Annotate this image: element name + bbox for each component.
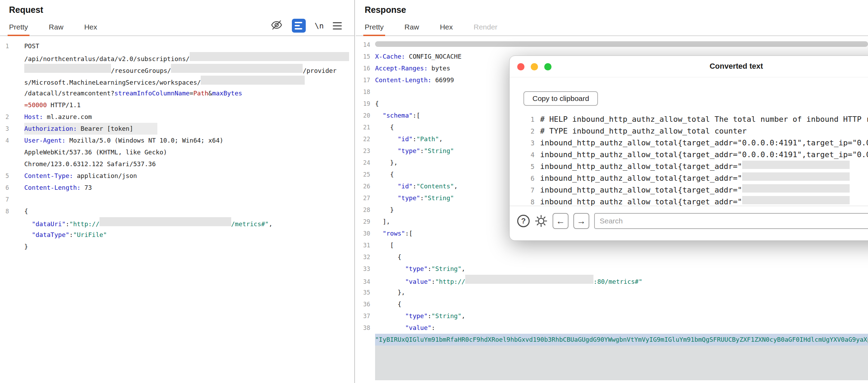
line-number: 2	[517, 125, 540, 137]
redacted-text	[742, 161, 850, 169]
line-number: 21	[356, 121, 375, 133]
line-number: 16	[356, 62, 375, 74]
code-text: Content-Length:	[375, 74, 432, 86]
code-text: s/Microsoft.MachineLearningServices/work…	[24, 77, 201, 88]
code-text: Mozilla/5.0 (Windows NT 10.0; Win64; x64…	[66, 135, 223, 146]
tab-pretty[interactable]: Pretty	[8, 23, 29, 35]
line-number: 29	[356, 216, 375, 228]
forward-button[interactable]: →	[573, 213, 589, 229]
redacted-text	[742, 172, 850, 181]
code-text: "schema"	[383, 110, 413, 121]
request-editor-toolbar: \n	[270, 19, 355, 33]
help-icon[interactable]: ?	[517, 215, 530, 227]
code-line: 7	[0, 194, 354, 205]
hide-nonprintable-icon[interactable]	[270, 19, 283, 33]
code-text: 73	[81, 182, 92, 194]
code-text	[24, 218, 32, 230]
window-titlebar[interactable]: Converted text	[510, 56, 868, 77]
code-text: /metrics#"	[231, 218, 269, 230]
line-number: 20	[356, 110, 375, 121]
line-number: 1	[517, 113, 540, 125]
line-number: 26	[356, 180, 375, 192]
code-text: # HELP inbound_http_authz_allow_total Th…	[540, 113, 868, 125]
redacted-text	[190, 52, 349, 61]
code-line: /api/northcentralus/data/v2.0/subscripti…	[0, 52, 354, 64]
code-text: :	[413, 133, 416, 145]
code-line: s/Microsoft.MachineLearningServices/work…	[0, 76, 354, 87]
code-text: ,	[439, 133, 443, 145]
line-number: 14	[356, 39, 375, 51]
code-line: 32 {	[356, 251, 868, 263]
line-number: 36	[356, 298, 375, 310]
tab-raw[interactable]: Raw	[403, 23, 420, 35]
line-number: 22	[356, 133, 375, 145]
redacted-text	[24, 64, 111, 73]
redacted-bar	[375, 41, 868, 47]
line-number: 37	[356, 310, 375, 322]
search-input[interactable]	[594, 213, 868, 229]
tab-hex[interactable]: Hex	[83, 23, 98, 35]
settings-icon[interactable]	[535, 214, 548, 228]
code-line: 4inbound_http_authz_allow_total{target_a…	[517, 149, 868, 161]
code-text: }	[375, 204, 394, 216]
tab-render: Render	[472, 23, 499, 35]
code-text: "value"	[405, 276, 432, 288]
request-editor[interactable]: 1POST/api/northcentralus/data/v2.0/subsc…	[0, 36, 354, 253]
code-line: 6Content-Length: 73	[0, 182, 354, 194]
code-text: ,	[461, 263, 465, 275]
show-newlines-icon[interactable]: \n	[315, 22, 324, 30]
line-number: 27	[356, 192, 375, 204]
code-line: 4User-Agent: Mozilla/5.0 (Windows NT 10.…	[0, 135, 354, 146]
code-line: 34 "value":"http://:80/metrics#"	[356, 275, 868, 287]
converted-text-content[interactable]: 1# HELP inbound_http_authz_allow_total T…	[510, 113, 868, 206]
code-text: maxBytes	[212, 87, 242, 99]
code-text: "value"	[405, 322, 432, 334]
code-text: /datacall/streamcontent?	[24, 87, 114, 99]
code-text: :[	[413, 110, 420, 121]
line-number: 33	[356, 263, 375, 275]
line-number: 34	[356, 276, 375, 288]
tab-pretty[interactable]: Pretty	[363, 23, 385, 35]
line-number: 32	[356, 251, 375, 263]
code-line: AppleWebKit/537.36 (KHTML, like Gecko)	[0, 146, 354, 158]
back-button[interactable]: ←	[553, 213, 568, 229]
code-text: :	[428, 310, 432, 322]
copy-to-clipboard-button[interactable]: Copy to clipboard	[523, 91, 598, 106]
code-text	[375, 192, 398, 204]
code-text: bytes	[428, 62, 450, 74]
code-text: User-Agent:	[24, 135, 66, 146]
code-line	[356, 346, 868, 380]
code-text: 66999	[432, 74, 454, 86]
code-line: 8inbound_http_authz_allow_total{target_a…	[517, 196, 868, 206]
code-text: =	[190, 87, 193, 99]
line-number: 18	[356, 86, 375, 98]
line-number: 24	[356, 157, 375, 169]
code-text: =50000	[24, 99, 47, 111]
code-text: "String"	[432, 263, 462, 275]
request-title: Request	[0, 0, 354, 17]
code-text: "Contents"	[416, 180, 454, 192]
code-line: "IyBIRUxQIGluYm91bmRfaHR0cF9hdXRoel9hbGx…	[356, 334, 868, 346]
code-line: 2Host: ml.azure.com	[0, 111, 354, 123]
code-text: {	[375, 98, 379, 110]
editor-menu-icon[interactable]	[333, 22, 342, 29]
window-footer: ? ← →	[510, 206, 868, 229]
code-text: "rows"	[383, 228, 405, 239]
tab-hex[interactable]: Hex	[439, 23, 454, 35]
line-number: 1	[0, 40, 24, 52]
window-title: Converted text	[510, 62, 868, 71]
code-text: "type"	[405, 263, 428, 275]
line-number: 3	[0, 123, 24, 135]
code-line: 14	[356, 39, 868, 51]
code-text: {	[375, 169, 394, 180]
tab-raw[interactable]: Raw	[47, 23, 65, 35]
code-line: 3inbound_http_authz_allow_total{target_a…	[517, 137, 868, 149]
code-text: AppleWebKit/537.36 (KHTML, like Gecko)	[24, 146, 167, 158]
line-number: 35	[356, 287, 375, 298]
line-number: 5	[517, 161, 540, 172]
code-text: {	[375, 121, 394, 133]
code-text: ml.azure.com	[43, 111, 92, 123]
syntax-highlight-icon[interactable]	[292, 19, 306, 33]
code-text: Host:	[24, 111, 43, 123]
code-text: :	[420, 145, 424, 157]
